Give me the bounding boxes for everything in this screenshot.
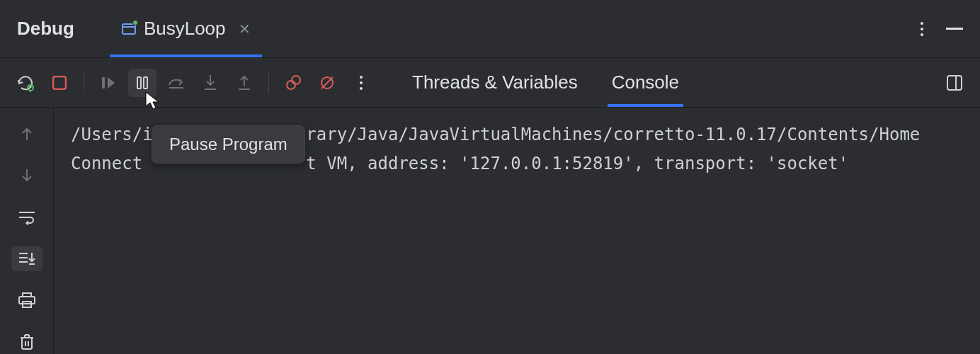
svg-rect-7	[102, 77, 105, 88]
step-over-button[interactable]	[162, 69, 190, 97]
minimize-button[interactable]	[946, 28, 963, 30]
content-area: /Users/igor_kulakov/Library/Java/JavaVir…	[0, 108, 980, 354]
separator	[84, 72, 84, 93]
step-out-button[interactable]	[230, 69, 258, 97]
more-options-button[interactable]	[915, 16, 929, 42]
mute-breakpoints-button[interactable]	[313, 69, 341, 97]
print-button[interactable]	[11, 288, 42, 313]
scroll-up-button[interactable]	[11, 122, 42, 147]
tab-threads-variables[interactable]: Threads & Variables	[395, 58, 595, 107]
tooltip: Pause Program	[152, 125, 305, 164]
layout-settings-button[interactable]	[940, 69, 969, 97]
soft-wrap-button[interactable]	[11, 205, 42, 229]
close-tab-icon[interactable]: ✕	[239, 21, 251, 38]
svg-rect-33	[22, 338, 32, 349]
view-breakpoints-button[interactable]	[279, 69, 307, 97]
svg-line-4	[31, 86, 33, 87]
tab-bar: Debug BusyLoop ✕	[0, 0, 980, 58]
svg-rect-0	[122, 24, 135, 34]
tab-bar-actions	[915, 16, 969, 42]
debug-toolbar: Threads & Variables Console	[0, 58, 980, 108]
svg-rect-9	[144, 77, 147, 88]
svg-rect-31	[19, 297, 35, 304]
run-config-label: BusyLoop	[144, 18, 226, 40]
resume-button[interactable]	[94, 69, 122, 97]
svg-line-3	[28, 86, 30, 87]
svg-point-16	[292, 76, 300, 84]
tool-window-title: Debug	[17, 18, 74, 40]
step-into-button[interactable]	[196, 69, 224, 97]
svg-rect-19	[947, 76, 962, 90]
console-gutter	[0, 108, 54, 354]
svg-rect-8	[137, 77, 141, 88]
scroll-to-end-button[interactable]	[11, 246, 42, 271]
separator	[268, 72, 269, 93]
svg-point-15	[287, 81, 295, 89]
more-actions-button[interactable]	[347, 69, 375, 97]
clear-all-button[interactable]	[11, 329, 42, 354]
pause-button[interactable]	[128, 69, 156, 97]
svg-rect-6	[53, 76, 66, 89]
run-config-icon	[121, 21, 137, 37]
scroll-down-button[interactable]	[11, 164, 42, 188]
run-config-tab[interactable]: BusyLoop ✕	[110, 0, 262, 57]
tab-console[interactable]: Console	[595, 58, 696, 107]
rerun-button[interactable]	[11, 69, 40, 97]
debug-tabs: Threads & Variables Console	[395, 58, 696, 107]
stop-button[interactable]	[45, 69, 74, 97]
